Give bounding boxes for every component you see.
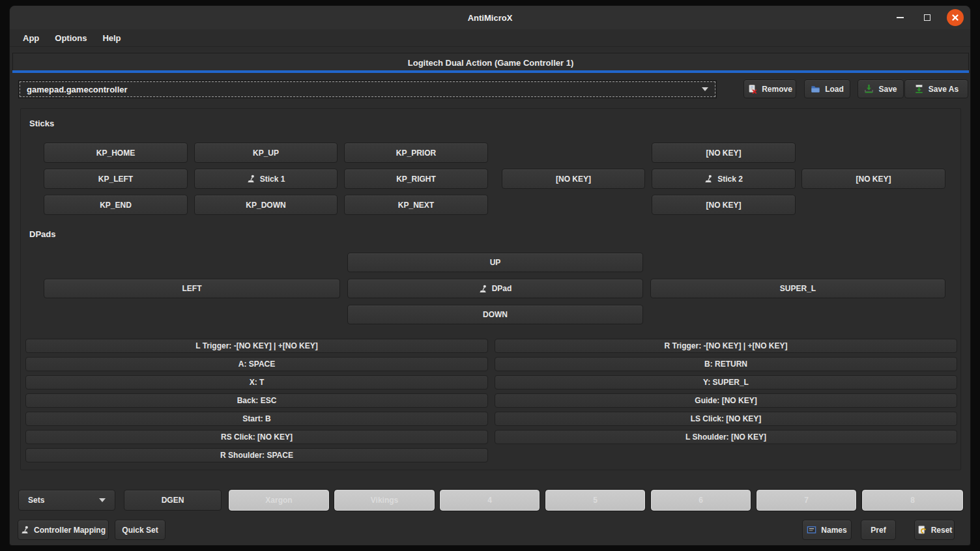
guide-button[interactable]: Guide: [NO KEY]	[495, 393, 957, 408]
menubar: App Options Help	[10, 29, 970, 47]
close-button[interactable]	[947, 9, 964, 26]
sticks-section-label: Sticks	[29, 119, 54, 128]
set-button-4[interactable]: 4	[440, 490, 540, 511]
dpad-center-button[interactable]: DPad	[347, 279, 643, 298]
maximize-icon	[924, 14, 930, 21]
tab-accent-bar	[12, 70, 969, 73]
l-trigger-button[interactable]: L Trigger: -[NO KEY] | +[NO KEY]	[25, 339, 488, 353]
load-folder-icon	[811, 84, 820, 94]
gamepad-icon	[247, 175, 255, 183]
x-button[interactable]: X: T	[25, 375, 488, 389]
maximize-button[interactable]	[919, 10, 935, 25]
reset-icon	[917, 525, 927, 535]
set-button-5[interactable]: 5	[545, 490, 645, 511]
stick1-up-right-button[interactable]: KP_PRIOR	[344, 143, 488, 163]
minimize-button[interactable]	[892, 10, 908, 25]
names-label: Names	[821, 526, 846, 535]
stick1-down-left-button[interactable]: KP_END	[44, 195, 188, 215]
save-button-label: Save	[878, 85, 897, 94]
controller-tab-title: Logitech Dual Action (Game Controller 1)	[408, 58, 573, 68]
stick2-right-button[interactable]: [NO KEY]	[801, 169, 945, 189]
profile-dropdown-value: gamepad.gamecontroller	[27, 85, 702, 94]
load-button[interactable]: Load	[804, 79, 850, 98]
save-icon	[864, 84, 874, 94]
b-button[interactable]: B: RETURN	[495, 357, 957, 371]
controller-mapping-button[interactable]: Controller Mapping	[18, 520, 109, 540]
l-shoulder-button[interactable]: L Shoulder: [NO KEY]	[495, 430, 957, 444]
rs-click-button[interactable]: RS Click: [NO KEY]	[25, 430, 488, 444]
dpad-left-button[interactable]: LEFT	[44, 279, 340, 298]
stick2-down-button[interactable]: [NO KEY]	[652, 195, 796, 215]
dpad-down-button[interactable]: DOWN	[347, 305, 643, 324]
stick1-up-button[interactable]: KP_UP	[194, 143, 338, 163]
y-button[interactable]: Y: SUPER_L	[495, 375, 957, 389]
set-button-8[interactable]: 8	[862, 490, 963, 511]
gamepad-icon	[479, 285, 487, 293]
menu-help[interactable]: Help	[96, 31, 127, 45]
load-button-label: Load	[825, 85, 844, 94]
reset-button[interactable]: Reset	[914, 520, 955, 540]
stick1-down-button[interactable]: KP_DOWN	[194, 195, 338, 215]
dpad-right-button[interactable]: SUPER_L	[650, 279, 945, 298]
gamepad-icon	[21, 526, 29, 534]
save-as-icon	[914, 84, 924, 94]
r-shoulder-button[interactable]: R Shoulder: SPACE	[25, 448, 488, 462]
reset-label: Reset	[931, 526, 953, 535]
titlebar[interactable]: AntiMicroX	[10, 6, 970, 29]
profile-dropdown[interactable]: gamepad.gamecontroller	[18, 80, 717, 98]
stick1-left-button[interactable]: KP_LEFT	[44, 169, 188, 189]
dpads-section-label: DPads	[29, 229, 55, 239]
stick2-left-button[interactable]: [NO KEY]	[502, 169, 645, 189]
menu-options[interactable]: Options	[48, 31, 93, 45]
ls-click-button[interactable]: LS Click: [NO KEY]	[495, 412, 957, 426]
window-title: AntiMicroX	[468, 13, 513, 23]
stick1-center-button[interactable]: Stick 1	[194, 169, 338, 189]
gamepad-icon	[704, 175, 713, 183]
pref-label: Pref	[871, 526, 886, 535]
quick-set-button[interactable]: Quick Set	[115, 520, 166, 540]
back-button[interactable]: Back: ESC	[25, 393, 488, 408]
save-button[interactable]: Save	[857, 79, 904, 98]
set-button-dgen[interactable]: DGEN	[124, 490, 222, 511]
remove-button-label: Remove	[762, 85, 792, 94]
quick-set-label: Quick Set	[122, 526, 158, 535]
stick1-down-right-button[interactable]: KP_NEXT	[344, 195, 488, 215]
save-as-button[interactable]: Save As	[904, 79, 968, 98]
set-button-vikings[interactable]: Vikings	[334, 490, 435, 511]
save-as-button-label: Save As	[929, 85, 958, 94]
remove-button[interactable]: Remove	[743, 79, 796, 98]
stick2-center-button[interactable]: Stick 2	[652, 169, 796, 189]
set-button-xargon[interactable]: Xargon	[229, 490, 329, 511]
start-button[interactable]: Start: B	[25, 412, 488, 426]
menu-app[interactable]: App	[16, 31, 46, 45]
a-button[interactable]: A: SPACE	[25, 357, 488, 371]
controller-mapping-label: Controller Mapping	[34, 526, 106, 535]
set-button-6[interactable]: 6	[651, 490, 751, 511]
set-button-7[interactable]: 7	[757, 490, 856, 511]
dpad-up-button[interactable]: UP	[347, 253, 643, 272]
stick1-up-left-button[interactable]: KP_HOME	[44, 143, 188, 163]
chevron-down-icon	[702, 87, 708, 91]
remove-profile-icon	[747, 84, 757, 94]
pref-button[interactable]: Pref	[861, 520, 896, 540]
minimize-icon	[897, 17, 904, 18]
close-icon	[951, 14, 959, 21]
r-trigger-button[interactable]: R Trigger: -[NO KEY] | +[NO KEY]	[495, 339, 957, 353]
sets-dropdown-button[interactable]: Sets	[18, 490, 115, 511]
names-icon	[807, 525, 816, 535]
stick1-right-button[interactable]: KP_RIGHT	[344, 169, 488, 189]
names-button[interactable]: Names	[802, 520, 852, 540]
sets-dropdown-label: Sets	[28, 496, 44, 505]
app-window: AntiMicroX App Options Help Logitech Dua…	[9, 5, 971, 546]
chevron-down-icon	[99, 498, 106, 502]
stick2-up-button[interactable]: [NO KEY]	[652, 143, 796, 163]
